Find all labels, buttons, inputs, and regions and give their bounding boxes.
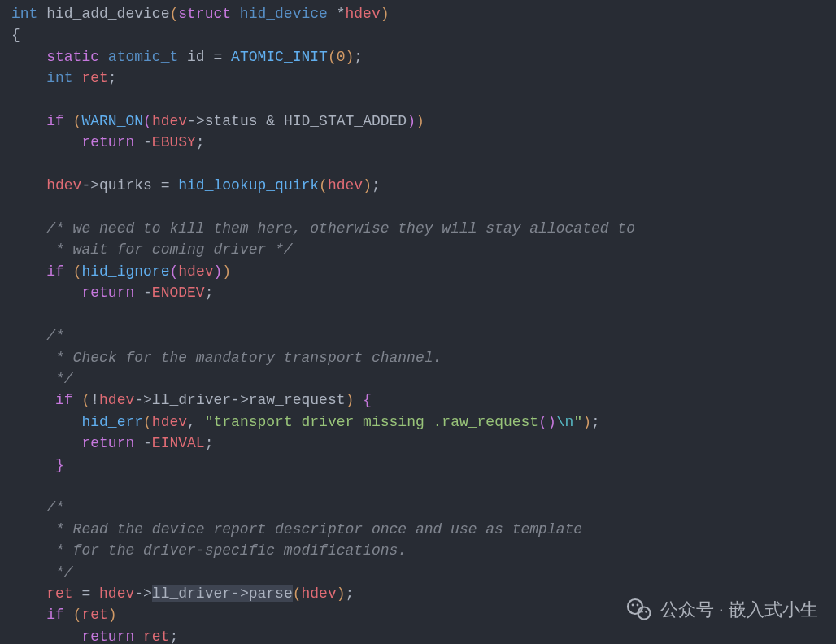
comment-line: * for the driver-specific modifications. <box>11 540 825 561</box>
code-line: return -EBUSY; <box>11 132 825 153</box>
code-line: int hid_add_device(struct hid_device *hd… <box>11 3 825 24</box>
comment-line: * Check for the mandatory transport chan… <box>11 347 825 368</box>
code-line: if (hid_ignore(hdev)) <box>11 261 825 282</box>
comment-line: * wait for coming driver */ <box>11 239 825 260</box>
code-block: int hid_add_device(struct hid_device *hd… <box>11 3 825 644</box>
code-line: } <box>11 455 825 476</box>
watermark: 公众号 · 嵌入式小生 <box>625 595 818 624</box>
code-line <box>11 154 825 175</box>
svg-point-5 <box>645 611 647 612</box>
code-line: return ret; <box>11 626 825 644</box>
code-line <box>11 304 825 325</box>
code-line: { <box>11 24 825 46</box>
code-line: hdev->quirks = hid_lookup_quirk(hdev); <box>11 175 825 196</box>
code-line: static atomic_t id = ATOMIC_INIT(0); <box>11 46 825 67</box>
wechat-icon <box>625 595 654 624</box>
code-line: if (!hdev->ll_driver->raw_request) { <box>11 389 825 411</box>
comment-line: /* we need to kill them here, otherwise … <box>11 218 825 239</box>
comment-line: /* <box>11 325 825 346</box>
code-line: return -ENODEV; <box>11 282 825 303</box>
comment-line: * Read the device report descriptor once… <box>11 519 825 540</box>
code-line: return -EINVAL; <box>11 433 825 454</box>
code-line <box>11 89 825 111</box>
svg-point-2 <box>631 604 634 607</box>
svg-point-3 <box>636 604 638 607</box>
code-line <box>11 476 825 497</box>
highlighted-text: ll_driver->parse <box>152 585 293 602</box>
code-line: int ret; <box>11 67 825 89</box>
code-line: hid_err(hdev, "transport driver missing … <box>11 411 825 433</box>
watermark-text: 公众号 · 嵌入式小生 <box>660 599 818 620</box>
comment-line: */ <box>11 368 825 389</box>
comment-line: /* <box>11 497 825 518</box>
ident-hdev: hdev <box>46 177 81 194</box>
svg-point-0 <box>628 599 642 614</box>
code-line: if (WARN_ON(hdev->status & HID_STAT_ADDE… <box>11 111 825 132</box>
code-line <box>11 197 825 218</box>
comment-line: */ <box>11 562 825 583</box>
svg-point-4 <box>641 611 642 612</box>
